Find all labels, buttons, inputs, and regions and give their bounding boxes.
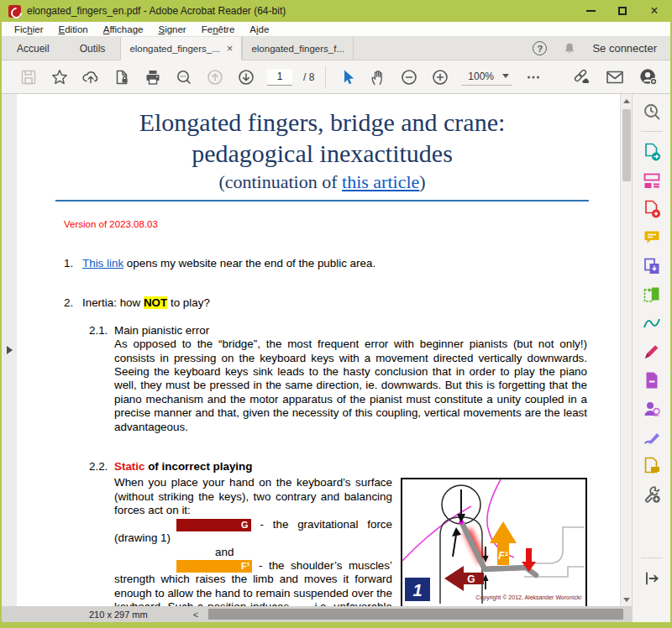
scroll-left-icon[interactable]: < bbox=[193, 610, 198, 620]
tools-panel bbox=[632, 94, 670, 606]
this-link[interactable]: This link bbox=[82, 257, 123, 270]
section-2-1-heading: 2.1.Main pianistic error bbox=[89, 324, 604, 338]
expand-nav-pane-icon[interactable] bbox=[7, 346, 13, 354]
share-link-icon[interactable] bbox=[571, 67, 591, 87]
toolbar-divider bbox=[325, 66, 326, 88]
figure-g-label: G bbox=[467, 573, 475, 585]
section-2-2-body: F¹ G 1 Copyright © 2012, Aleksander Woro… bbox=[114, 476, 587, 606]
close-button[interactable]: × bbox=[638, 0, 670, 22]
title-bar: elongated_fingers_en.pdf - Adobe Acrobat… bbox=[2, 0, 670, 22]
zoom-out-icon[interactable] bbox=[399, 67, 419, 87]
minimize-icon bbox=[586, 10, 596, 12]
help-icon[interactable]: ? bbox=[533, 41, 547, 55]
star-favorite-icon[interactable] bbox=[50, 67, 70, 87]
tools-panel-footer bbox=[632, 606, 670, 622]
maximize-icon bbox=[618, 7, 627, 15]
tab-tools[interactable]: Outils bbox=[65, 37, 121, 60]
document-subtitle: (continuation of this article) bbox=[40, 171, 604, 193]
minimize-button[interactable] bbox=[575, 0, 606, 22]
section-number: 2.2. bbox=[89, 460, 114, 474]
doc-tab-active[interactable]: elongated_fingers_... × bbox=[120, 37, 242, 60]
search-tool-icon[interactable] bbox=[641, 101, 663, 122]
document-title-line1: Elongated fingers, bridge and crane: bbox=[40, 107, 604, 138]
subtitle-text: (continuation of bbox=[218, 171, 342, 192]
stamp-icon[interactable] bbox=[641, 455, 663, 476]
organize-pages-icon[interactable] bbox=[641, 284, 663, 305]
vertical-scrollbar[interactable] bbox=[620, 94, 632, 606]
g-badge: G bbox=[176, 519, 251, 531]
select-pointer-icon[interactable] bbox=[337, 67, 357, 87]
sign-in-button[interactable]: Se connecter bbox=[592, 42, 657, 55]
zoom-in-icon[interactable] bbox=[430, 67, 450, 87]
horizontal-scrollbar-thumb[interactable] bbox=[208, 609, 623, 620]
g-force-text: - the gravitational force (drawing 1) bbox=[114, 518, 392, 544]
document-title-line2: pedagogical inexactitudes bbox=[40, 138, 604, 169]
menu-item-fenetre[interactable]: Fenêtre bbox=[194, 24, 243, 34]
maximize-button[interactable] bbox=[606, 0, 638, 22]
title-rule bbox=[55, 200, 589, 201]
list-item-2: 2.Inertia: how NOT to play? bbox=[40, 296, 604, 310]
item-number: 2. bbox=[64, 296, 82, 310]
comment-icon[interactable] bbox=[641, 227, 663, 248]
search-icon[interactable] bbox=[174, 67, 194, 87]
scroll-down-button[interactable] bbox=[621, 593, 632, 606]
edit-pdf-icon[interactable] bbox=[641, 170, 663, 191]
figure-copyright: Copyright © 2012, Aleksander Woronicki bbox=[475, 594, 581, 601]
scroll-up-button[interactable] bbox=[621, 94, 632, 107]
section-2-1-body: As opposed to the “bridge”, the most fre… bbox=[114, 338, 587, 434]
save-icon[interactable] bbox=[18, 67, 39, 87]
f-badge: F¹ bbox=[176, 560, 252, 573]
vertical-scrollbar-thumb[interactable] bbox=[622, 109, 631, 181]
print-icon[interactable] bbox=[143, 67, 163, 87]
create-pdf-icon[interactable] bbox=[641, 198, 663, 219]
f-force-text: - the shoulder’s muscles’ strength which… bbox=[114, 559, 392, 606]
tab-home[interactable]: Accueil bbox=[2, 37, 65, 60]
fill-sign-icon[interactable] bbox=[641, 341, 663, 362]
menu-item-signer[interactable]: Signer bbox=[150, 24, 193, 34]
main-toolbar: / 8 100% bbox=[2, 60, 670, 94]
menu-item-affichage[interactable]: Affichage bbox=[96, 24, 151, 34]
redact-icon[interactable] bbox=[641, 369, 663, 390]
section-2-2-intro: When you place your hand on the keyboard… bbox=[114, 476, 392, 516]
version-line: Version of 2023.08.03 bbox=[64, 219, 604, 229]
status-row: 210 x 297 mm < bbox=[2, 606, 670, 622]
combine-files-icon[interactable] bbox=[641, 255, 663, 276]
send-email-icon[interactable] bbox=[605, 67, 625, 87]
previous-page-icon[interactable] bbox=[205, 67, 225, 87]
share-cloud-icon[interactable] bbox=[81, 67, 101, 87]
next-page-icon[interactable] bbox=[236, 67, 256, 87]
drawing-1-illustration: F¹ G 1 Copyright © 2012, Aleksander Woro… bbox=[402, 479, 585, 604]
zoom-level-dropdown[interactable]: 100% bbox=[461, 69, 512, 86]
window-title: elongated_fingers_en.pdf - Adobe Acrobat… bbox=[27, 5, 286, 17]
doc-tab-label: elongated_fingers_f... bbox=[251, 44, 344, 54]
menu-item-fichier[interactable]: Fichier bbox=[7, 24, 51, 34]
acrobat-reader-window: elongated_fingers_en.pdf - Adobe Acrobat… bbox=[0, 0, 672, 628]
tools-divider bbox=[641, 557, 663, 558]
pdf-page: Elongated fingers, bridge and crane: ped… bbox=[17, 94, 620, 606]
file-lock-icon[interactable] bbox=[112, 67, 132, 87]
tab-close-icon[interactable]: × bbox=[227, 43, 234, 54]
subtitle-article-link[interactable]: this article bbox=[342, 171, 419, 192]
notifications-bell-icon[interactable] bbox=[562, 41, 577, 56]
highlighted-not: NOT bbox=[144, 296, 167, 309]
expand-pane-icon[interactable] bbox=[641, 568, 663, 589]
scroll-up-icon bbox=[623, 99, 630, 103]
more-tools-icon[interactable] bbox=[641, 484, 663, 505]
item-number: 1. bbox=[64, 257, 82, 270]
more-tools-ellipsis-icon[interactable] bbox=[523, 67, 543, 87]
section-title: Main pianistic error bbox=[114, 324, 209, 337]
request-signatures-icon[interactable] bbox=[641, 398, 663, 419]
account-add-icon[interactable] bbox=[638, 67, 659, 87]
acrobat-app-icon bbox=[8, 5, 21, 18]
menu-item-aide[interactable]: Aide bbox=[242, 24, 276, 34]
export-pdf-icon[interactable] bbox=[641, 141, 663, 162]
menu-item-edition[interactable]: Edition bbox=[51, 24, 96, 34]
tab-bar: Accueil Outils elongated_fingers_... × e… bbox=[2, 37, 670, 60]
compress-pdf-icon[interactable] bbox=[641, 312, 663, 333]
chevron-down-icon bbox=[502, 74, 509, 78]
item-text: opens my website near the end of the pub… bbox=[123, 257, 375, 270]
hand-tool-icon[interactable] bbox=[368, 67, 388, 87]
doc-tab-inactive[interactable]: elongated_fingers_f... bbox=[242, 37, 354, 60]
certificates-icon[interactable] bbox=[641, 427, 663, 447]
page-number-input[interactable] bbox=[267, 69, 292, 86]
